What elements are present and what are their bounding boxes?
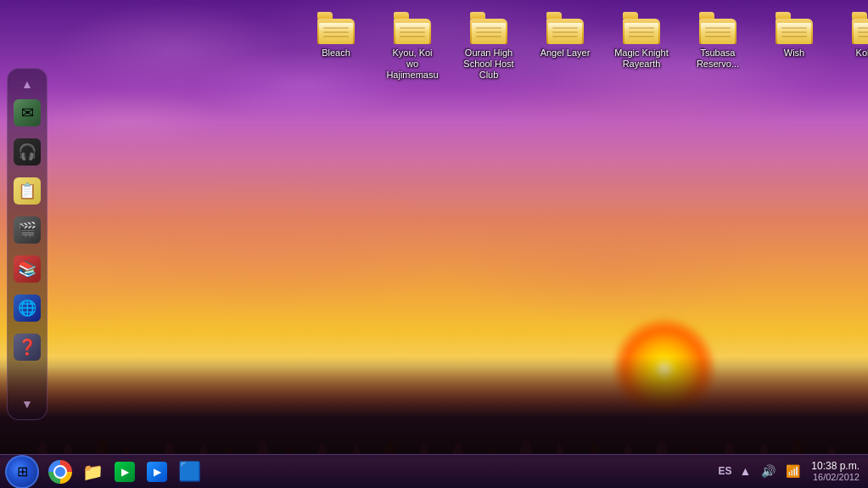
dock-arrow-down[interactable]: ▼ <box>20 395 35 412</box>
mail-icon: ✉ <box>14 99 41 126</box>
dock-item-help[interactable]: ❓ <box>12 332 42 362</box>
dock-item-movie[interactable]: 🎬 <box>12 215 42 245</box>
dock-item-globe[interactable]: 🌐 <box>12 293 42 323</box>
icon-label-tsubasa: Tsubasa Reservo... <box>691 48 745 70</box>
sidebar-dock: ▲ ✉🎧📋🎬📚🌐❓ ▼ <box>7 68 48 420</box>
desktop-icon-angel-layer[interactable]: Angel Layer <box>535 8 596 62</box>
dock-item-mail[interactable]: ✉ <box>12 98 42 128</box>
play-icon: ▶ <box>147 462 167 482</box>
icon-label-angel-layer: Angel Layer <box>540 48 591 59</box>
clock-date: 16/02/2012 <box>811 472 860 483</box>
taskbar-play-button[interactable]: ▶ <box>143 457 171 486</box>
icon-label-ouran: Ouran High School Host Club <box>462 48 516 81</box>
dock-items-list: ✉🎧📋🎬📚🌐❓ <box>12 93 42 395</box>
chrome-icon <box>48 460 72 484</box>
dock-item-books[interactable]: 📚 <box>12 254 42 284</box>
tree-silhouette <box>0 356 868 458</box>
books-icon: 📚 <box>14 255 41 283</box>
desktop-icon-bleach[interactable]: Bleach <box>305 8 367 62</box>
icon-label-kobato: Kobato <box>856 48 868 59</box>
icon-label-kyou: Kyou, Koi wo Hajimemasu <box>385 48 440 81</box>
desktop-icon-kobato[interactable]: Kobato <box>840 8 868 62</box>
folder-graphic-ouran <box>470 12 507 44</box>
taskbar-media-button[interactable]: ▶ <box>110 457 139 486</box>
icon-label-wish: Wish <box>784 48 804 59</box>
media-icon: ▶ <box>115 462 135 482</box>
folder-graphic-magic-knight <box>623 12 660 44</box>
notes-icon: 📋 <box>14 177 41 205</box>
dock-item-notes[interactable]: 📋 <box>12 176 42 206</box>
desktop-icons-area: Bleach Kyou, Koi wo Hajimemasu <box>305 8 868 85</box>
headphones-icon: 🎧 <box>14 138 41 165</box>
language-label[interactable]: ES <box>718 465 731 477</box>
dock-item-headphones[interactable]: 🎧 <box>12 137 42 167</box>
network-icon[interactable]: 📶 <box>783 463 803 480</box>
movie-icon: 🎬 <box>14 216 41 244</box>
desktop-icon-magic-knight[interactable]: Magic Knight Rayearth <box>611 8 672 73</box>
start-button[interactable]: ⊞ <box>5 455 39 489</box>
taskbar-folder-button[interactable]: 📁 <box>78 457 107 486</box>
tray-up-arrow-icon[interactable]: ▲ <box>736 463 753 480</box>
windows-logo-icon: ⊞ <box>17 463 28 480</box>
taskbar: ⊞ 📁 ▶ ▶ 🟦 ES ▲ 🔊 📶 10:38 p.m. 16/02/2012 <box>0 454 868 488</box>
clock-time: 10:38 p.m. <box>811 460 860 472</box>
desktop-icon-kyou[interactable]: Kyou, Koi wo Hajimemasu <box>382 8 443 85</box>
desktop-icon-wish[interactable]: Wish <box>764 8 825 62</box>
taskbar-chrome-button[interactable] <box>46 457 75 486</box>
taskbar-tray: ES ▲ 🔊 📶 10:38 p.m. 16/02/2012 <box>718 460 868 484</box>
icon-label-magic-knight: Magic Knight Rayearth <box>614 48 669 70</box>
folder-graphic-bleach <box>317 12 355 44</box>
help-icon: ❓ <box>14 334 41 361</box>
folder-graphic-tsubasa <box>699 12 736 44</box>
desktop-icon-tsubasa[interactable]: Tsubasa Reservo... <box>687 8 748 73</box>
system-clock[interactable]: 10:38 p.m. 16/02/2012 <box>811 460 860 484</box>
folder-graphic-angel-layer <box>546 12 584 44</box>
icon-label-bleach: Bleach <box>322 48 350 59</box>
desktop-icon-ouran[interactable]: Ouran High School Host Club <box>458 8 519 85</box>
messenger-icon: 🟦 <box>178 461 201 483</box>
dock-arrow-up[interactable]: ▲ <box>20 76 35 93</box>
folder-graphic-kobato <box>852 12 868 44</box>
taskbar-messenger-button[interactable]: 🟦 <box>175 457 204 486</box>
folder-graphic-kyou <box>394 12 431 44</box>
folder-graphic-wish <box>776 12 813 44</box>
speaker-icon[interactable]: 🔊 <box>759 463 778 480</box>
folder-icon: 📁 <box>82 462 104 482</box>
globe-icon: 🌐 <box>14 294 41 322</box>
